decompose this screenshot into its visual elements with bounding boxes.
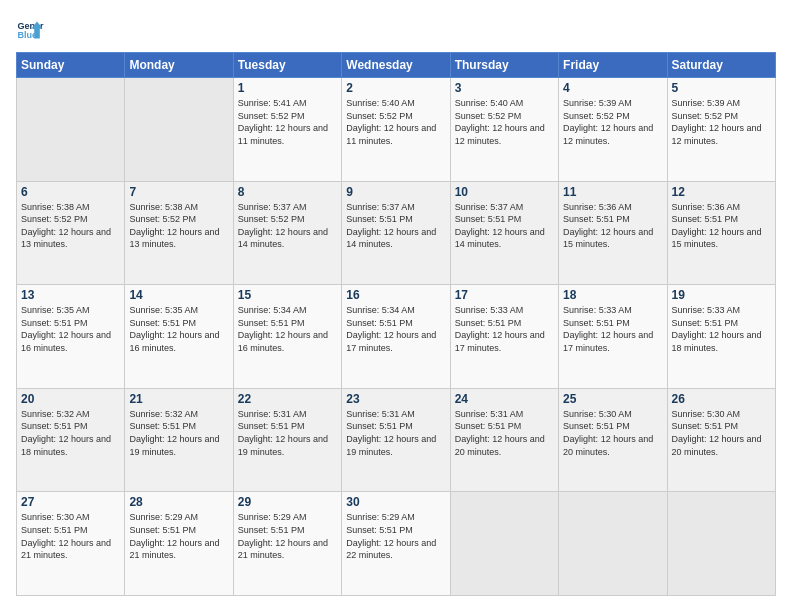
day-info: Sunrise: 5:40 AM Sunset: 5:52 PM Dayligh… <box>346 97 445 147</box>
day-info: Sunrise: 5:35 AM Sunset: 5:51 PM Dayligh… <box>129 304 228 354</box>
day-info: Sunrise: 5:30 AM Sunset: 5:51 PM Dayligh… <box>21 511 120 561</box>
day-number: 20 <box>21 392 120 406</box>
day-number: 29 <box>238 495 337 509</box>
day-info: Sunrise: 5:36 AM Sunset: 5:51 PM Dayligh… <box>672 201 771 251</box>
calendar-cell: 25Sunrise: 5:30 AM Sunset: 5:51 PM Dayli… <box>559 388 667 492</box>
day-number: 8 <box>238 185 337 199</box>
calendar-cell: 4Sunrise: 5:39 AM Sunset: 5:52 PM Daylig… <box>559 78 667 182</box>
day-number: 14 <box>129 288 228 302</box>
calendar-cell: 5Sunrise: 5:39 AM Sunset: 5:52 PM Daylig… <box>667 78 775 182</box>
calendar-table: SundayMondayTuesdayWednesdayThursdayFrid… <box>16 52 776 596</box>
weekday-header: Wednesday <box>342 53 450 78</box>
calendar-cell: 6Sunrise: 5:38 AM Sunset: 5:52 PM Daylig… <box>17 181 125 285</box>
day-info: Sunrise: 5:37 AM Sunset: 5:51 PM Dayligh… <box>455 201 554 251</box>
day-info: Sunrise: 5:33 AM Sunset: 5:51 PM Dayligh… <box>455 304 554 354</box>
day-info: Sunrise: 5:31 AM Sunset: 5:51 PM Dayligh… <box>346 408 445 458</box>
calendar-cell: 23Sunrise: 5:31 AM Sunset: 5:51 PM Dayli… <box>342 388 450 492</box>
calendar-cell: 19Sunrise: 5:33 AM Sunset: 5:51 PM Dayli… <box>667 285 775 389</box>
day-info: Sunrise: 5:40 AM Sunset: 5:52 PM Dayligh… <box>455 97 554 147</box>
calendar-cell: 1Sunrise: 5:41 AM Sunset: 5:52 PM Daylig… <box>233 78 341 182</box>
calendar-cell: 18Sunrise: 5:33 AM Sunset: 5:51 PM Dayli… <box>559 285 667 389</box>
svg-text:Blue: Blue <box>17 30 37 40</box>
day-info: Sunrise: 5:32 AM Sunset: 5:51 PM Dayligh… <box>129 408 228 458</box>
day-number: 28 <box>129 495 228 509</box>
day-info: Sunrise: 5:31 AM Sunset: 5:51 PM Dayligh… <box>238 408 337 458</box>
calendar-cell: 3Sunrise: 5:40 AM Sunset: 5:52 PM Daylig… <box>450 78 558 182</box>
day-info: Sunrise: 5:39 AM Sunset: 5:52 PM Dayligh… <box>672 97 771 147</box>
day-info: Sunrise: 5:29 AM Sunset: 5:51 PM Dayligh… <box>238 511 337 561</box>
day-number: 17 <box>455 288 554 302</box>
day-info: Sunrise: 5:35 AM Sunset: 5:51 PM Dayligh… <box>21 304 120 354</box>
day-number: 15 <box>238 288 337 302</box>
calendar-cell: 8Sunrise: 5:37 AM Sunset: 5:52 PM Daylig… <box>233 181 341 285</box>
day-number: 9 <box>346 185 445 199</box>
day-info: Sunrise: 5:37 AM Sunset: 5:52 PM Dayligh… <box>238 201 337 251</box>
day-info: Sunrise: 5:30 AM Sunset: 5:51 PM Dayligh… <box>672 408 771 458</box>
calendar-cell <box>559 492 667 596</box>
day-info: Sunrise: 5:37 AM Sunset: 5:51 PM Dayligh… <box>346 201 445 251</box>
day-number: 27 <box>21 495 120 509</box>
day-number: 26 <box>672 392 771 406</box>
day-info: Sunrise: 5:38 AM Sunset: 5:52 PM Dayligh… <box>21 201 120 251</box>
day-info: Sunrise: 5:33 AM Sunset: 5:51 PM Dayligh… <box>672 304 771 354</box>
day-info: Sunrise: 5:39 AM Sunset: 5:52 PM Dayligh… <box>563 97 662 147</box>
calendar-cell: 17Sunrise: 5:33 AM Sunset: 5:51 PM Dayli… <box>450 285 558 389</box>
day-number: 22 <box>238 392 337 406</box>
day-info: Sunrise: 5:29 AM Sunset: 5:51 PM Dayligh… <box>129 511 228 561</box>
day-number: 30 <box>346 495 445 509</box>
day-number: 16 <box>346 288 445 302</box>
calendar-cell: 20Sunrise: 5:32 AM Sunset: 5:51 PM Dayli… <box>17 388 125 492</box>
calendar-cell: 13Sunrise: 5:35 AM Sunset: 5:51 PM Dayli… <box>17 285 125 389</box>
day-number: 1 <box>238 81 337 95</box>
day-info: Sunrise: 5:36 AM Sunset: 5:51 PM Dayligh… <box>563 201 662 251</box>
calendar-cell <box>667 492 775 596</box>
day-number: 6 <box>21 185 120 199</box>
calendar-cell <box>450 492 558 596</box>
day-info: Sunrise: 5:33 AM Sunset: 5:51 PM Dayligh… <box>563 304 662 354</box>
day-number: 7 <box>129 185 228 199</box>
calendar-cell: 27Sunrise: 5:30 AM Sunset: 5:51 PM Dayli… <box>17 492 125 596</box>
calendar-cell: 9Sunrise: 5:37 AM Sunset: 5:51 PM Daylig… <box>342 181 450 285</box>
day-number: 25 <box>563 392 662 406</box>
calendar-cell: 16Sunrise: 5:34 AM Sunset: 5:51 PM Dayli… <box>342 285 450 389</box>
day-number: 5 <box>672 81 771 95</box>
day-info: Sunrise: 5:41 AM Sunset: 5:52 PM Dayligh… <box>238 97 337 147</box>
day-number: 10 <box>455 185 554 199</box>
day-number: 24 <box>455 392 554 406</box>
day-number: 4 <box>563 81 662 95</box>
calendar-cell: 21Sunrise: 5:32 AM Sunset: 5:51 PM Dayli… <box>125 388 233 492</box>
day-number: 2 <box>346 81 445 95</box>
calendar-cell <box>17 78 125 182</box>
day-number: 19 <box>672 288 771 302</box>
day-number: 18 <box>563 288 662 302</box>
calendar-cell: 2Sunrise: 5:40 AM Sunset: 5:52 PM Daylig… <box>342 78 450 182</box>
calendar-cell: 30Sunrise: 5:29 AM Sunset: 5:51 PM Dayli… <box>342 492 450 596</box>
day-number: 23 <box>346 392 445 406</box>
calendar-cell: 24Sunrise: 5:31 AM Sunset: 5:51 PM Dayli… <box>450 388 558 492</box>
day-info: Sunrise: 5:34 AM Sunset: 5:51 PM Dayligh… <box>238 304 337 354</box>
calendar-cell: 26Sunrise: 5:30 AM Sunset: 5:51 PM Dayli… <box>667 388 775 492</box>
day-info: Sunrise: 5:29 AM Sunset: 5:51 PM Dayligh… <box>346 511 445 561</box>
day-info: Sunrise: 5:32 AM Sunset: 5:51 PM Dayligh… <box>21 408 120 458</box>
calendar-cell <box>125 78 233 182</box>
day-number: 13 <box>21 288 120 302</box>
weekday-header: Tuesday <box>233 53 341 78</box>
calendar-cell: 28Sunrise: 5:29 AM Sunset: 5:51 PM Dayli… <box>125 492 233 596</box>
calendar-cell: 7Sunrise: 5:38 AM Sunset: 5:52 PM Daylig… <box>125 181 233 285</box>
day-number: 3 <box>455 81 554 95</box>
logo-icon: General Blue <box>16 16 44 44</box>
day-number: 12 <box>672 185 771 199</box>
calendar-cell: 10Sunrise: 5:37 AM Sunset: 5:51 PM Dayli… <box>450 181 558 285</box>
day-info: Sunrise: 5:31 AM Sunset: 5:51 PM Dayligh… <box>455 408 554 458</box>
weekday-header: Monday <box>125 53 233 78</box>
calendar-cell: 12Sunrise: 5:36 AM Sunset: 5:51 PM Dayli… <box>667 181 775 285</box>
header: General Blue <box>16 16 776 44</box>
calendar-cell: 22Sunrise: 5:31 AM Sunset: 5:51 PM Dayli… <box>233 388 341 492</box>
calendar-cell: 11Sunrise: 5:36 AM Sunset: 5:51 PM Dayli… <box>559 181 667 285</box>
weekday-header: Friday <box>559 53 667 78</box>
calendar-cell: 15Sunrise: 5:34 AM Sunset: 5:51 PM Dayli… <box>233 285 341 389</box>
day-number: 21 <box>129 392 228 406</box>
weekday-header: Thursday <box>450 53 558 78</box>
day-info: Sunrise: 5:38 AM Sunset: 5:52 PM Dayligh… <box>129 201 228 251</box>
weekday-header: Saturday <box>667 53 775 78</box>
